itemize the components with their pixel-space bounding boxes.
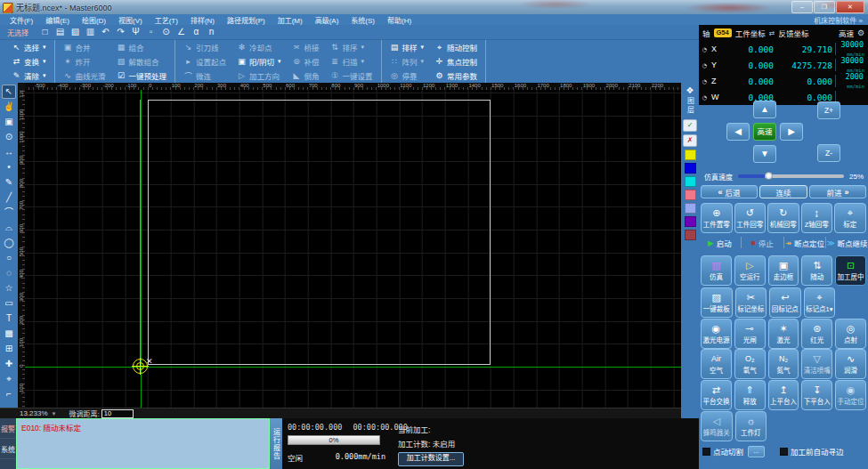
merge-button[interactable]: ▣合并 — [58, 40, 111, 54]
open-file-icon[interactable]: ▧ — [68, 25, 83, 39]
layers-icon[interactable]: ❖ — [686, 85, 694, 95]
frame-icon[interactable]: ▫ — [143, 25, 158, 39]
zoom-dropdown-icon[interactable]: ▼ — [52, 411, 57, 416]
follow-control-button[interactable]: ⌖随动控制 — [429, 40, 483, 54]
cut-direction-button[interactable]: ▷加工方向 — [231, 69, 286, 83]
menu-item-5[interactable]: 排样(N) — [184, 15, 221, 25]
workpiece-set-zero-button[interactable]: ⊕工件置零 — [701, 203, 733, 233]
explode-button[interactable]: ✶炸开 — [58, 54, 111, 69]
menu-item-3[interactable]: 视图(V) — [112, 15, 149, 25]
layer-color-3[interactable] — [685, 190, 696, 200]
run-report-tab[interactable]: 运行报告 — [270, 418, 282, 469]
release-button[interactable]: ⇑释放 — [734, 380, 766, 410]
menu-item-1[interactable]: 编辑(E) — [39, 15, 76, 25]
canvas[interactable]: ✕ -500-400-300-200-100010020030040050060… — [18, 83, 681, 408]
canvas-grid[interactable]: ✕ — [25, 90, 681, 408]
layer-color-6[interactable] — [685, 230, 696, 240]
menu-item-10[interactable]: 帮助(H) — [381, 15, 418, 25]
stop-button[interactable]: ■停止 — [742, 237, 784, 248]
array-tool[interactable]: ⊞ — [2, 342, 16, 356]
nesting-button[interactable]: ▤排样▾ — [385, 40, 430, 54]
fillet-tool[interactable]: ⌐ — [2, 387, 16, 401]
arc-3pt-tool[interactable]: ⌓ — [2, 221, 16, 235]
jog-down-button[interactable]: ▼ — [753, 145, 776, 163]
redo-icon[interactable]: ↷ — [113, 25, 128, 39]
alarm-list[interactable]: E010: 随动未标定 — [16, 418, 270, 469]
clean-nozzle-button[interactable]: ▽清洁喷嘴 — [801, 349, 832, 379]
layer-color-5[interactable] — [685, 216, 696, 227]
laser-button[interactable]: ✶激光 — [768, 319, 799, 349]
start-button[interactable]: ▶启动 — [699, 237, 742, 248]
star-tool[interactable]: ☆ — [2, 281, 16, 295]
machine-home-button[interactable]: ↻机械回零 — [767, 203, 799, 233]
laser-power-button[interactable]: ◉激光电源 — [701, 319, 732, 349]
compensation-button[interactable]: ⊚补偿 — [286, 54, 324, 69]
zoom-level[interactable]: 13.233% — [20, 409, 48, 417]
jog-z-minus-button[interactable]: Z- — [817, 144, 840, 162]
pan-tool[interactable]: ✌ — [2, 100, 16, 114]
breakpoint-locate-button[interactable]: ↠断点定位 — [784, 237, 827, 248]
layer-color-0[interactable] — [685, 150, 696, 160]
chamfer-button[interactable]: ◣倒角 — [286, 69, 324, 83]
menu-item-8[interactable]: 高级(A) — [309, 15, 345, 25]
probe-icon[interactable]: Ψ — [128, 25, 143, 39]
group-button[interactable]: ▦组合 — [111, 40, 173, 54]
shutter-button[interactable]: ⊸光闸 — [734, 319, 766, 349]
line-tool[interactable]: ╱ — [2, 190, 16, 205]
undo-icon[interactable]: ↶ — [98, 25, 113, 39]
oxygen-button[interactable]: O₂氧气 — [734, 349, 766, 379]
spline-tool[interactable]: ✎ — [2, 175, 16, 190]
speed-mode-label[interactable]: 高速 — [839, 28, 854, 38]
one-key-cut-board-button[interactable]: ▨一键裁板 — [701, 287, 733, 318]
red-light-button[interactable]: ⊛红光 — [801, 319, 832, 349]
simulate-button[interactable]: ▥仿真 — [701, 255, 732, 286]
text-tool[interactable]: T — [2, 311, 16, 326]
start-point-button[interactable]: ▸设置起点 — [178, 54, 231, 69]
work-light-button[interactable]: ☼工作灯 — [735, 411, 767, 441]
g54-badge[interactable]: G54 — [714, 28, 732, 37]
alpha-icon[interactable]: α — [189, 25, 204, 39]
minimize-button[interactable]: – — [791, 1, 813, 13]
layer-color-4[interactable] — [685, 203, 696, 214]
lubricate-button[interactable]: ∿润滑 — [835, 349, 866, 379]
layer-color-2[interactable] — [685, 176, 696, 187]
import-icon[interactable]: ▤ — [53, 25, 68, 39]
machine-control-link[interactable]: 机床控制软件 » — [814, 15, 863, 25]
zoom-tool[interactable]: ⊙ — [2, 130, 16, 144]
select-tool[interactable]: ↖ — [2, 85, 16, 99]
obround-tool[interactable]: ◌ — [2, 266, 16, 280]
mark-point-1-button[interactable]: ⌖标记点1▾ — [804, 287, 836, 318]
one-key-setting-button[interactable]: ①一键设置 — [324, 69, 377, 83]
scan-button[interactable]: ≣扫描▾ — [324, 54, 377, 69]
upper-pallet-in-button[interactable]: ↥上平台入 — [768, 380, 799, 410]
auto-edge-checkbox[interactable] — [780, 448, 788, 456]
arc-tool[interactable]: ⌒ — [2, 206, 16, 220]
cross-tool[interactable]: ✚ — [2, 357, 16, 371]
gear-icon[interactable]: ⚙ — [857, 28, 864, 37]
menu-item-6[interactable]: 路径规划(P) — [221, 15, 272, 25]
measure-tool[interactable]: ↔ — [2, 145, 16, 159]
maximize-button[interactable]: ❐ — [814, 1, 835, 13]
preprocess-button[interactable]: ☑一键预处理 — [111, 69, 173, 83]
air-button[interactable]: Air空气 — [701, 349, 732, 379]
transform-button[interactable]: ⇄变换▾ — [6, 54, 52, 69]
sim-speed-slider[interactable] — [738, 174, 844, 178]
cut-mode-button[interactable]: ▣阳/阴切▾ — [231, 54, 286, 69]
workpiece-go-zero-button[interactable]: ↺工件回零 — [734, 203, 767, 233]
smooth-curve-button[interactable]: ∿曲线光滑 — [58, 69, 111, 83]
nitrogen-button[interactable]: N₂氮气 — [768, 349, 799, 379]
image-tool[interactable]: ▩ — [2, 327, 16, 341]
mark-coordinate-button[interactable]: ✂标记坐标 — [735, 287, 767, 318]
nudge-distance-input[interactable] — [101, 409, 134, 418]
jog-speed-mode-button[interactable]: 高速 — [753, 123, 776, 141]
menu-item-4[interactable]: 工艺(T) — [149, 15, 184, 25]
dock-button[interactable]: ◎停靠 — [385, 69, 430, 83]
jog-left-button[interactable]: ◀ — [726, 123, 750, 141]
bridge-button[interactable]: ≍桥接 — [286, 40, 324, 54]
rectangle-tool[interactable]: ▭ — [2, 296, 16, 311]
log-tab-1[interactable]: 系统 — [0, 439, 16, 459]
jog-up-button[interactable]: ▲ — [753, 101, 776, 118]
lower-pallet-in-button[interactable]: ↧下平台入 — [801, 380, 832, 410]
calibrate-button[interactable]: ⌖标定 — [834, 203, 866, 233]
measure-icon[interactable]: ∠ — [174, 25, 189, 39]
